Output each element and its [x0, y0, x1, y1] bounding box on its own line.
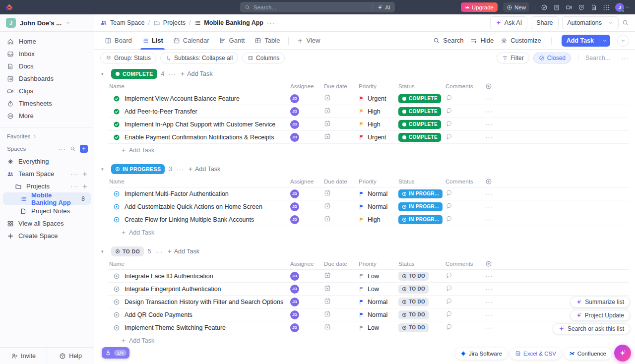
set-due-date-icon[interactable]: [324, 310, 331, 317]
sidebar-item-projects-folder[interactable]: Projects ···: [0, 180, 94, 192]
task-name[interactable]: Design Transaction History with Filter a…: [125, 299, 283, 305]
task-status-icon[interactable]: [113, 190, 120, 197]
task-name[interactable]: Implement Theme Switching Feature: [125, 324, 226, 331]
task-row[interactable]: Add QR Code Payments JD Normal TO DO ···: [108, 308, 629, 321]
task-status-icon[interactable]: [113, 95, 120, 102]
filter-chip[interactable]: Filter: [497, 53, 529, 63]
tab-gantt[interactable]: Gantt: [215, 32, 250, 50]
set-due-date-icon[interactable]: [324, 285, 331, 292]
priority-flag-icon[interactable]: [359, 312, 365, 318]
priority-label[interactable]: Low: [368, 286, 379, 293]
column-header-assignee[interactable]: Assignee: [290, 83, 324, 89]
priority-flag-icon[interactable]: [359, 217, 365, 223]
user-menu[interactable]: J: [615, 3, 630, 12]
add-task-inline-button[interactable]: Add Task: [108, 144, 629, 157]
priority-flag-icon[interactable]: [359, 109, 365, 115]
column-header-name[interactable]: Name: [108, 261, 290, 267]
assignee-avatar[interactable]: JD: [290, 189, 299, 198]
set-due-date-icon[interactable]: [324, 202, 331, 209]
my-tasks-icon[interactable]: [541, 4, 548, 11]
comment-icon[interactable]: [445, 285, 452, 292]
assignee-avatar[interactable]: JD: [290, 310, 299, 319]
priority-label[interactable]: Low: [368, 324, 379, 331]
task-name[interactable]: Enable Payment Confirmation Notification…: [125, 134, 274, 141]
integration-pill-confluence[interactable]: Confluence: [564, 348, 611, 360]
sidebar-item-project-notes[interactable]: Project Notes: [0, 205, 94, 217]
spaces-menu-button[interactable]: ···: [58, 146, 66, 152]
set-due-date-icon[interactable]: [324, 189, 331, 196]
sidebar-item-create-space[interactable]: Create Space: [0, 230, 94, 242]
sidebar-item-docs[interactable]: Docs: [0, 60, 94, 72]
task-name[interactable]: Add QR Code Payments: [125, 311, 192, 318]
task-status-icon[interactable]: [113, 203, 120, 210]
assignee-avatar[interactable]: JD: [290, 298, 299, 306]
priority-flag-icon[interactable]: [359, 191, 365, 197]
task-name[interactable]: Implement View Account Balance Feature: [125, 95, 240, 102]
sidebar-item-team-space[interactable]: Team Space ···: [0, 168, 94, 180]
new-button[interactable]: New: [503, 2, 529, 12]
row-menu-button[interactable]: ···: [485, 121, 493, 127]
row-menu-button[interactable]: ···: [485, 108, 493, 115]
comment-icon[interactable]: [445, 133, 452, 140]
assignee-avatar[interactable]: JD: [290, 215, 299, 224]
clickup-logo-icon[interactable]: [5, 3, 13, 11]
task-name[interactable]: Implement In-App Chat Support with Custo…: [125, 121, 275, 128]
column-header-comments[interactable]: Comments: [445, 83, 485, 89]
add-column-icon[interactable]: [485, 178, 492, 185]
sidebar-item-more[interactable]: More: [0, 110, 94, 122]
record-clip-icon[interactable]: [566, 4, 572, 11]
tab-table[interactable]: Table: [250, 32, 284, 50]
column-header-status[interactable]: Status: [398, 179, 445, 184]
set-due-date-icon[interactable]: [324, 272, 331, 279]
comment-icon[interactable]: [445, 310, 452, 317]
row-menu-button[interactable]: ···: [485, 299, 493, 305]
priority-flag-icon[interactable]: [359, 134, 365, 140]
assignee-avatar[interactable]: JD: [290, 285, 299, 294]
row-menu-button[interactable]: ···: [485, 203, 493, 210]
collapse-header-button[interactable]: [617, 35, 629, 47]
notepad-icon[interactable]: [553, 4, 560, 11]
column-header-comments[interactable]: Comments: [445, 179, 485, 184]
task-row[interactable]: Integrate Face ID Authentication JD Low …: [108, 270, 629, 283]
breadcrumb-menu[interactable]: ···: [267, 20, 275, 26]
group-add-task-button[interactable]: Add Task: [180, 70, 212, 77]
task-status-icon[interactable]: [113, 121, 120, 128]
tab-board[interactable]: Board: [100, 32, 136, 50]
team-space-menu[interactable]: ···: [70, 171, 78, 177]
row-menu-button[interactable]: ···: [485, 134, 493, 140]
priority-label[interactable]: High: [368, 216, 381, 223]
topbar-ai-button[interactable]: AI: [373, 4, 390, 10]
priority-flag-icon[interactable]: [359, 96, 365, 102]
priority-flag-icon[interactable]: [359, 286, 365, 292]
status-badge[interactable]: COMPLETE: [398, 133, 441, 142]
sidebar-item-dashboards[interactable]: Dashboards: [0, 72, 94, 85]
sidebar-item-inbox[interactable]: Inbox: [0, 48, 94, 60]
folder-menu[interactable]: ···: [70, 183, 78, 189]
assignee-avatar[interactable]: JD: [290, 94, 299, 103]
task-status-icon[interactable]: [113, 273, 120, 280]
set-due-date-icon[interactable]: [324, 133, 331, 140]
task-status-icon[interactable]: [113, 299, 120, 305]
priority-label[interactable]: Normal: [368, 299, 387, 305]
priority-label[interactable]: Normal: [368, 203, 387, 210]
column-header-priority[interactable]: Priority: [359, 261, 398, 267]
column-header-assignee[interactable]: Assignee: [290, 179, 324, 184]
task-status-icon[interactable]: [113, 134, 120, 141]
task-row[interactable]: Create Flow for Linking Multiple Bank Ac…: [108, 213, 629, 226]
add-to-space-icon[interactable]: [82, 171, 88, 177]
add-view-button[interactable]: View: [293, 32, 324, 50]
assignee-avatar[interactable]: JD: [290, 133, 299, 142]
column-header-name[interactable]: Name: [108, 83, 290, 89]
set-due-date-icon[interactable]: [324, 323, 331, 330]
help-button[interactable]: Help: [47, 348, 94, 364]
favorites-section[interactable]: Favorites: [0, 130, 94, 142]
spaces-search-icon[interactable]: [70, 146, 76, 152]
set-due-date-icon[interactable]: [324, 120, 331, 127]
toolbar-menu[interactable]: ···: [621, 55, 629, 61]
column-header-priority[interactable]: Priority: [359, 83, 398, 89]
priority-label[interactable]: Urgent: [368, 95, 386, 102]
integration-pill-excel[interactable]: Excel & CSV: [510, 348, 561, 360]
ask-ai-button[interactable]: Ask AI: [490, 16, 527, 29]
task-name[interactable]: Add Customizable Quick Actions on Home S…: [125, 203, 262, 210]
sidebar-item-timesheets[interactable]: Timesheets: [0, 97, 94, 110]
